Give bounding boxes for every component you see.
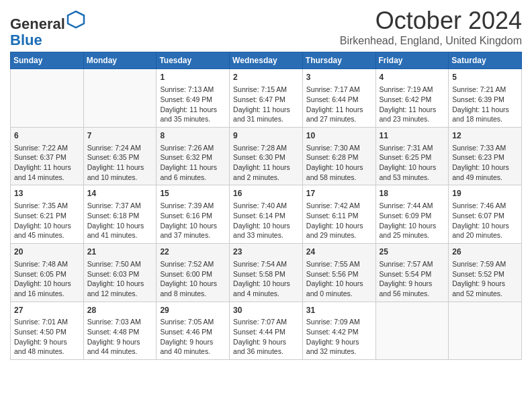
location-subtitle: Birkenhead, England, United Kingdom <box>340 35 522 47</box>
day-info: Sunrise: 7:15 AMSunset: 6:47 PMDaylight:… <box>233 85 299 124</box>
calendar-day-header: Friday <box>375 52 449 69</box>
calendar-day-cell: 21Sunrise: 7:50 AMSunset: 6:03 PMDayligh… <box>83 244 157 302</box>
calendar-day-header: Thursday <box>302 52 375 69</box>
calendar-day-cell: 5Sunrise: 7:21 AMSunset: 6:39 PMDaylight… <box>449 69 522 128</box>
calendar-day-cell: 17Sunrise: 7:42 AMSunset: 6:11 PMDayligh… <box>302 185 375 244</box>
day-info: Sunrise: 7:31 AMSunset: 6:25 PMDaylight:… <box>380 143 445 183</box>
calendar-day-cell: 31Sunrise: 7:09 AMSunset: 4:42 PMDayligh… <box>302 302 375 360</box>
day-info: Sunrise: 7:55 AMSunset: 5:56 PMDaylight:… <box>306 259 372 299</box>
calendar-day-cell: 8Sunrise: 7:26 AMSunset: 6:32 PMDaylight… <box>157 127 230 185</box>
day-info: Sunrise: 7:33 AMSunset: 6:23 PMDaylight:… <box>452 143 518 183</box>
day-number: 12 <box>452 130 518 142</box>
day-info: Sunrise: 7:30 AMSunset: 6:28 PMDaylight:… <box>306 143 372 183</box>
day-number: 13 <box>14 188 80 199</box>
day-number: 20 <box>14 246 80 258</box>
calendar-day-cell: 4Sunrise: 7:19 AMSunset: 6:42 PMDaylight… <box>375 69 449 128</box>
day-info: Sunrise: 7:40 AMSunset: 6:14 PMDaylight:… <box>233 201 299 240</box>
day-info: Sunrise: 7:05 AMSunset: 4:46 PMDaylight:… <box>160 317 226 357</box>
logo-blue-text: Blue <box>10 32 42 48</box>
day-info: Sunrise: 7:50 AMSunset: 6:03 PMDaylight:… <box>87 259 153 299</box>
day-info: Sunrise: 7:01 AMSunset: 4:50 PMDaylight:… <box>14 317 80 357</box>
day-info: Sunrise: 7:17 AMSunset: 6:44 PMDaylight:… <box>306 85 372 124</box>
day-number: 24 <box>306 246 372 258</box>
calendar-day-cell: 7Sunrise: 7:24 AMSunset: 6:35 PMDaylight… <box>83 127 157 185</box>
calendar-day-cell: 13Sunrise: 7:35 AMSunset: 6:21 PMDayligh… <box>11 185 84 244</box>
day-number: 1 <box>160 72 226 83</box>
calendar-day-cell <box>11 69 84 128</box>
calendar-day-cell: 25Sunrise: 7:57 AMSunset: 5:54 PMDayligh… <box>375 244 449 302</box>
day-number: 14 <box>87 188 153 199</box>
day-info: Sunrise: 7:39 AMSunset: 6:16 PMDaylight:… <box>160 201 226 240</box>
calendar-day-header: Monday <box>83 52 157 69</box>
day-info: Sunrise: 7:13 AMSunset: 6:49 PMDaylight:… <box>160 85 226 124</box>
calendar-day-cell: 24Sunrise: 7:55 AMSunset: 5:56 PMDayligh… <box>302 244 375 302</box>
calendar-day-cell: 30Sunrise: 7:07 AMSunset: 4:44 PMDayligh… <box>230 302 303 360</box>
day-number: 23 <box>233 246 299 258</box>
day-info: Sunrise: 7:37 AMSunset: 6:18 PMDaylight:… <box>87 201 153 240</box>
day-info: Sunrise: 7:21 AMSunset: 6:39 PMDaylight:… <box>452 85 518 124</box>
day-number: 6 <box>14 130 80 142</box>
day-number: 21 <box>87 246 153 258</box>
calendar-day-cell: 15Sunrise: 7:39 AMSunset: 6:16 PMDayligh… <box>157 185 230 244</box>
day-number: 8 <box>160 130 226 142</box>
calendar-day-cell <box>375 302 449 360</box>
day-number: 15 <box>160 188 226 199</box>
calendar-day-cell <box>449 302 522 360</box>
day-info: Sunrise: 7:28 AMSunset: 6:30 PMDaylight:… <box>233 143 299 183</box>
day-info: Sunrise: 7:57 AMSunset: 5:54 PMDaylight:… <box>380 259 445 299</box>
day-number: 19 <box>452 188 518 199</box>
day-number: 26 <box>452 246 518 258</box>
calendar-day-cell: 3Sunrise: 7:17 AMSunset: 6:44 PMDaylight… <box>302 69 375 128</box>
calendar-day-cell: 23Sunrise: 7:54 AMSunset: 5:58 PMDayligh… <box>230 244 303 302</box>
day-number: 22 <box>160 246 226 258</box>
day-info: Sunrise: 7:54 AMSunset: 5:58 PMDaylight:… <box>233 259 299 299</box>
calendar-day-cell: 20Sunrise: 7:48 AMSunset: 6:05 PMDayligh… <box>11 244 84 302</box>
page-header: General Blue October 2024 Birkenhead, En… <box>10 7 522 48</box>
day-info: Sunrise: 7:44 AMSunset: 6:09 PMDaylight:… <box>380 201 445 240</box>
calendar-day-header: Sunday <box>11 52 84 69</box>
calendar-day-cell: 22Sunrise: 7:52 AMSunset: 6:00 PMDayligh… <box>157 244 230 302</box>
calendar-day-cell: 26Sunrise: 7:59 AMSunset: 5:52 PMDayligh… <box>449 244 522 302</box>
calendar-week-row: 1Sunrise: 7:13 AMSunset: 6:49 PMDaylight… <box>11 69 522 128</box>
day-info: Sunrise: 7:24 AMSunset: 6:35 PMDaylight:… <box>87 143 153 183</box>
calendar-day-cell: 10Sunrise: 7:30 AMSunset: 6:28 PMDayligh… <box>302 127 375 185</box>
day-info: Sunrise: 7:19 AMSunset: 6:42 PMDaylight:… <box>380 85 445 124</box>
day-info: Sunrise: 7:26 AMSunset: 6:32 PMDaylight:… <box>160 143 226 183</box>
calendar-day-header: Saturday <box>449 52 522 69</box>
day-info: Sunrise: 7:09 AMSunset: 4:42 PMDaylight:… <box>306 317 372 357</box>
logo-icon <box>66 10 85 29</box>
calendar-week-row: 20Sunrise: 7:48 AMSunset: 6:05 PMDayligh… <box>11 244 522 302</box>
day-number: 25 <box>380 246 445 258</box>
calendar-day-cell <box>83 69 157 128</box>
calendar-day-header: Wednesday <box>230 52 303 69</box>
calendar-day-cell: 18Sunrise: 7:44 AMSunset: 6:09 PMDayligh… <box>375 185 449 244</box>
calendar-day-cell: 11Sunrise: 7:31 AMSunset: 6:25 PMDayligh… <box>375 127 449 185</box>
calendar-day-cell: 29Sunrise: 7:05 AMSunset: 4:46 PMDayligh… <box>157 302 230 360</box>
day-number: 30 <box>233 305 299 316</box>
day-info: Sunrise: 7:03 AMSunset: 4:48 PMDaylight:… <box>87 317 153 357</box>
day-number: 5 <box>452 72 518 83</box>
calendar-day-cell: 28Sunrise: 7:03 AMSunset: 4:48 PMDayligh… <box>83 302 157 360</box>
day-info: Sunrise: 7:42 AMSunset: 6:11 PMDaylight:… <box>306 201 372 240</box>
logo-general-text: General <box>10 15 65 32</box>
calendar-day-cell: 16Sunrise: 7:40 AMSunset: 6:14 PMDayligh… <box>230 185 303 244</box>
calendar-day-cell: 14Sunrise: 7:37 AMSunset: 6:18 PMDayligh… <box>83 185 157 244</box>
calendar-week-row: 13Sunrise: 7:35 AMSunset: 6:21 PMDayligh… <box>11 185 522 244</box>
day-number: 16 <box>233 188 299 199</box>
day-info: Sunrise: 7:22 AMSunset: 6:37 PMDaylight:… <box>14 143 80 183</box>
day-number: 9 <box>233 130 299 142</box>
calendar-day-cell: 9Sunrise: 7:28 AMSunset: 6:30 PMDaylight… <box>230 127 303 185</box>
calendar-header-row: SundayMondayTuesdayWednesdayThursdayFrid… <box>11 52 522 69</box>
day-info: Sunrise: 7:35 AMSunset: 6:21 PMDaylight:… <box>14 201 80 240</box>
day-number: 29 <box>160 305 226 316</box>
day-number: 4 <box>380 72 445 83</box>
calendar-day-cell: 27Sunrise: 7:01 AMSunset: 4:50 PMDayligh… <box>11 302 84 360</box>
calendar-day-cell: 12Sunrise: 7:33 AMSunset: 6:23 PMDayligh… <box>449 127 522 185</box>
day-number: 10 <box>306 130 372 142</box>
calendar-day-header: Tuesday <box>157 52 230 69</box>
calendar-day-cell: 6Sunrise: 7:22 AMSunset: 6:37 PMDaylight… <box>11 127 84 185</box>
day-info: Sunrise: 7:52 AMSunset: 6:00 PMDaylight:… <box>160 259 226 299</box>
month-title: October 2024 <box>340 7 522 35</box>
calendar-table: SundayMondayTuesdayWednesdayThursdayFrid… <box>10 52 522 360</box>
day-number: 7 <box>87 130 153 142</box>
